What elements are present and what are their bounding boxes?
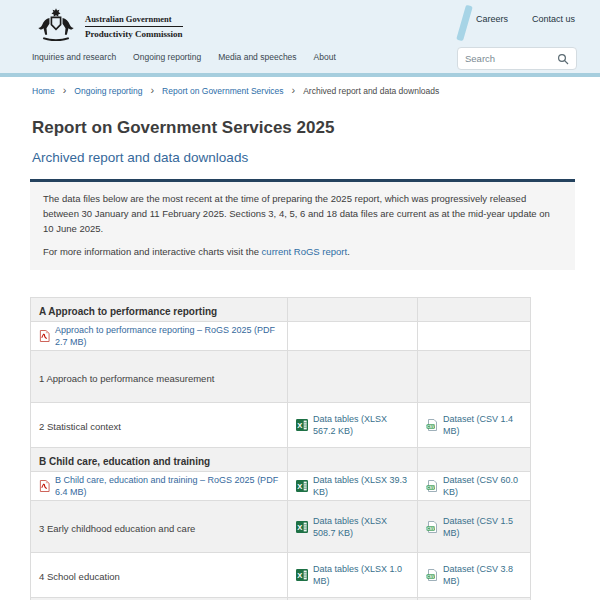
svg-text:CSV: CSV bbox=[427, 486, 435, 490]
download-link-label: Data tables (XLSX 567.2 KB) bbox=[313, 413, 409, 437]
nav-about[interactable]: About bbox=[314, 52, 336, 62]
cell-dataset: CSVDataset (CSV 1.5 MB) bbox=[418, 501, 531, 553]
pdf-download-link[interactable]: Approach to performance reporting – RoGS… bbox=[39, 324, 279, 348]
download-link-label: Dataset (CSV 1.5 MB) bbox=[443, 515, 522, 539]
csv-download-link[interactable]: CSVDataset (CSV 3.8 MB) bbox=[426, 563, 522, 587]
table-row: 1 Approach to performance measurement bbox=[31, 351, 531, 403]
breadcrumb-home[interactable]: Home bbox=[32, 86, 55, 96]
breadcrumb-ongoing-reporting[interactable]: Ongoing reporting bbox=[74, 86, 142, 96]
cell-dataset: CSVDataset (CSV 3.8 MB) bbox=[418, 553, 531, 598]
cell-dataset bbox=[418, 298, 531, 322]
chevron-right-icon: › bbox=[150, 85, 154, 96]
cell-title: 4 School education bbox=[31, 553, 288, 598]
download-link-label: Dataset (CSV 3.8 MB) bbox=[443, 563, 522, 587]
csv-file-icon: CSV bbox=[426, 480, 438, 492]
excel-file-icon: X bbox=[296, 569, 308, 581]
download-link-label: Approach to performance reporting – RoGS… bbox=[55, 324, 279, 348]
pdf-download-link[interactable]: B Child care, education and training – R… bbox=[39, 474, 279, 498]
cell-dataset bbox=[418, 448, 531, 472]
svg-text:X: X bbox=[297, 482, 302, 491]
downloads-table-body: A Approach to performance reportingAppro… bbox=[31, 298, 531, 600]
utility-nav: Careers Contact us bbox=[476, 14, 575, 24]
chevron-right-icon: › bbox=[292, 85, 296, 96]
xlsx-download-link[interactable]: XData tables (XLSX 1.0 MB) bbox=[296, 563, 409, 587]
svg-text:CSV: CSV bbox=[427, 575, 435, 579]
cell-title: B Child care, education and training bbox=[31, 448, 288, 472]
nav-media-and-speeches[interactable]: Media and speeches bbox=[218, 52, 296, 62]
logo-text: Australian Government Productivity Commi… bbox=[85, 14, 183, 39]
excel-file-icon: X bbox=[296, 480, 308, 492]
table-row: 4 School educationXData tables (XLSX 1.0… bbox=[31, 553, 531, 598]
cell-title: A Approach to performance reporting bbox=[31, 298, 288, 322]
excel-file-icon: X bbox=[296, 521, 308, 533]
download-link-label: B Child care, education and training – R… bbox=[55, 474, 279, 498]
xlsx-download-link[interactable]: XData tables (XLSX 508.7 KB) bbox=[296, 515, 409, 539]
main-nav: Inquiries and research Ongoing reporting… bbox=[32, 52, 336, 62]
notice-text: . bbox=[347, 246, 350, 257]
pdf-file-icon bbox=[39, 330, 50, 342]
cell-dataset: CSVDataset (CSV 1.4 MB) bbox=[418, 403, 531, 448]
search-box[interactable] bbox=[457, 47, 577, 70]
download-link-label: Data tables (XLSX 508.7 KB) bbox=[313, 515, 409, 539]
cell-title: 1 Approach to performance measurement bbox=[31, 351, 288, 403]
search-input[interactable] bbox=[465, 53, 557, 64]
downloads-table: A Approach to performance reportingAppro… bbox=[30, 297, 531, 600]
breadcrumb-current: Archived report and data downloads bbox=[303, 86, 439, 96]
pdf-file-icon bbox=[39, 480, 50, 492]
coat-of-arms-icon bbox=[35, 7, 77, 45]
table-row: 3 Early childhood education and careXDat… bbox=[31, 501, 531, 553]
table-row: B Child care, education and training bbox=[31, 448, 531, 472]
xlsx-download-link[interactable]: XData tables (XLSX 39.3 KB) bbox=[296, 474, 409, 498]
excel-file-icon: X bbox=[296, 419, 308, 431]
svg-text:CSV: CSV bbox=[427, 526, 435, 530]
section-item-label: 4 School education bbox=[39, 571, 120, 582]
cell-dataset bbox=[418, 351, 531, 403]
csv-download-link[interactable]: CSVDataset (CSV 1.5 MB) bbox=[426, 515, 522, 539]
download-link-label: Data tables (XLSX 39.3 KB) bbox=[313, 474, 409, 498]
csv-file-icon: CSV bbox=[426, 419, 438, 431]
svg-text:X: X bbox=[297, 571, 302, 580]
cell-title: Approach to performance reporting – RoGS… bbox=[31, 322, 288, 351]
breadcrumb: Home › Ongoing reporting › Report on Gov… bbox=[0, 77, 600, 104]
section-item-label: 2 Statistical context bbox=[39, 421, 121, 432]
cell-title: 2 Statistical context bbox=[31, 403, 288, 448]
section-item-label: 3 Early childhood education and care bbox=[39, 523, 195, 534]
cell-data-tables bbox=[288, 322, 418, 351]
table-row: 2 Statistical contextXData tables (XLSX … bbox=[31, 403, 531, 448]
site-logo[interactable]: Australian Government Productivity Commi… bbox=[35, 7, 183, 45]
notice-paragraph-2: For more information and interactive cha… bbox=[43, 244, 562, 259]
logo-government-text: Australian Government bbox=[85, 14, 183, 27]
chevron-right-icon: › bbox=[63, 85, 67, 96]
csv-file-icon: CSV bbox=[426, 521, 438, 533]
csv-download-link[interactable]: CSVDataset (CSV 1.4 MB) bbox=[426, 413, 522, 437]
page-subtitle: Archived report and data downloads bbox=[32, 149, 600, 166]
nav-inquiries-and-research[interactable]: Inquiries and research bbox=[32, 52, 116, 62]
csv-download-link[interactable]: CSVDataset (CSV 60.0 KB) bbox=[426, 474, 522, 498]
xlsx-download-link[interactable]: XData tables (XLSX 567.2 KB) bbox=[296, 413, 409, 437]
breadcrumb-report-on-government-services[interactable]: Report on Government Services bbox=[162, 86, 283, 96]
cell-data-tables bbox=[288, 298, 418, 322]
notice-text: For more information and interactive cha… bbox=[43, 246, 262, 257]
search-icon[interactable] bbox=[557, 53, 569, 65]
cell-dataset bbox=[418, 322, 531, 351]
main-content: Report on Government Services 2025 Archi… bbox=[0, 104, 600, 600]
cell-data-tables: XData tables (XLSX 1.0 MB) bbox=[288, 553, 418, 598]
careers-link[interactable]: Careers bbox=[476, 14, 508, 24]
site-header: Australian Government Productivity Commi… bbox=[0, 0, 600, 77]
notice-paragraph-1: The data files below are the most recent… bbox=[43, 191, 562, 236]
cell-data-tables bbox=[288, 351, 418, 403]
cell-data-tables: XData tables (XLSX 508.7 KB) bbox=[288, 501, 418, 553]
cell-data-tables: XData tables (XLSX 39.3 KB) bbox=[288, 472, 418, 501]
logo-commission-text: Productivity Commission bbox=[85, 27, 183, 39]
download-link-label: Dataset (CSV 1.4 MB) bbox=[443, 413, 522, 437]
contact-us-link[interactable]: Contact us bbox=[532, 14, 575, 24]
table-row: Approach to performance reporting – RoGS… bbox=[31, 322, 531, 351]
svg-text:X: X bbox=[297, 522, 302, 531]
cell-dataset: CSVDataset (CSV 60.0 KB) bbox=[418, 472, 531, 501]
current-rogs-report-link[interactable]: current RoGS report bbox=[262, 246, 348, 257]
nav-ongoing-reporting[interactable]: Ongoing reporting bbox=[133, 52, 201, 62]
cell-data-tables: XData tables (XLSX 567.2 KB) bbox=[288, 403, 418, 448]
download-link-label: Dataset (CSV 60.0 KB) bbox=[443, 474, 522, 498]
table-row: A Approach to performance reporting bbox=[31, 298, 531, 322]
csv-file-icon: CSV bbox=[426, 569, 438, 581]
